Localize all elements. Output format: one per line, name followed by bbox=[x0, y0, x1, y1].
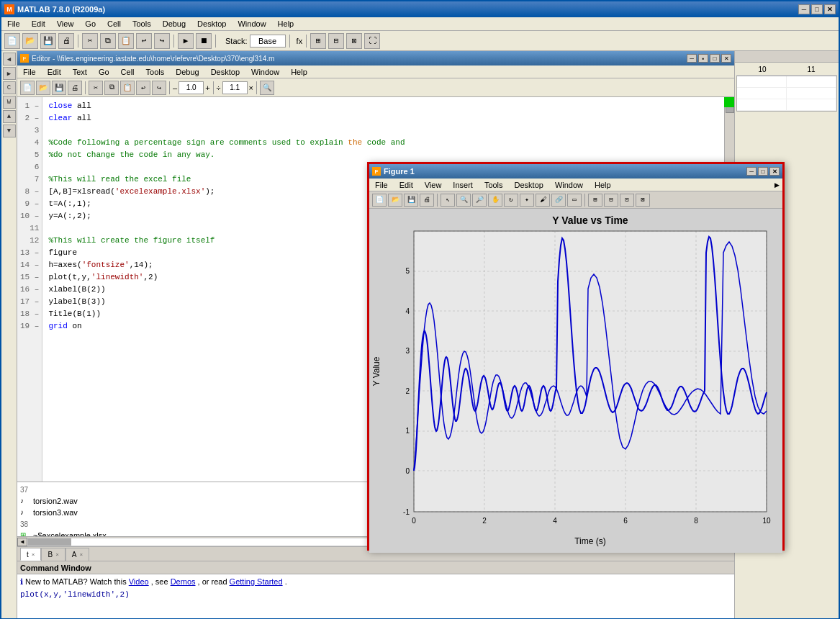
toolbar-new-btn[interactable]: 📄 bbox=[4, 33, 20, 49]
figure1-close-btn[interactable]: ✕ bbox=[769, 167, 780, 176]
tab-t-close[interactable]: × bbox=[32, 551, 35, 558]
editor-menu-window[interactable]: Window bbox=[248, 67, 282, 77]
sidebar-btn-5[interactable]: ▲ bbox=[3, 110, 16, 123]
figure1-minimize-btn[interactable]: ─ bbox=[746, 167, 757, 176]
fig-tb-colorbar[interactable]: ▭ bbox=[567, 194, 582, 207]
editor-zoom-input[interactable] bbox=[179, 81, 204, 94]
fig-tb-zoom-in[interactable]: 🔍 bbox=[456, 194, 471, 207]
fig-tb-new[interactable]: 📄 bbox=[372, 194, 387, 207]
editor-tb-save[interactable]: 💾 bbox=[52, 81, 66, 95]
toolbar-paste-btn[interactable]: 📋 bbox=[118, 33, 134, 49]
matlab-menu-cell[interactable]: Cell bbox=[104, 19, 124, 29]
editor-menu-help[interactable]: Help bbox=[288, 67, 310, 77]
matlab-minimize-btn[interactable]: ─ bbox=[798, 4, 810, 14]
toolbar-grid1-btn[interactable]: ⊞ bbox=[310, 33, 326, 49]
editor-menu-debug[interactable]: Debug bbox=[173, 67, 202, 77]
figure1-menu-view[interactable]: View bbox=[422, 180, 445, 190]
tab-t[interactable]: t × bbox=[20, 548, 41, 561]
editor-tb-print[interactable]: 🖨 bbox=[68, 81, 82, 95]
fig-tb-open[interactable]: 📂 bbox=[388, 194, 402, 207]
fig-tb-rotate[interactable]: ↻ bbox=[504, 194, 518, 207]
figure1-menu-desktop[interactable]: Desktop bbox=[512, 180, 546, 190]
fig-tb-layout2[interactable]: ⊟ bbox=[604, 194, 618, 207]
editor-tb-search[interactable]: 🔍 bbox=[260, 81, 274, 95]
toolbar-stack-input[interactable] bbox=[250, 35, 286, 48]
matlab-menu-debug[interactable]: Debug bbox=[160, 19, 189, 29]
fig-tb-layout1[interactable]: ⊞ bbox=[588, 194, 602, 207]
fig-tb-zoom-out[interactable]: 🔎 bbox=[472, 194, 487, 207]
matlab-menu-window[interactable]: Window bbox=[235, 19, 268, 29]
editor-menu-text[interactable]: Text bbox=[70, 67, 90, 77]
editor-menu-tools[interactable]: Tools bbox=[143, 67, 168, 77]
matlab-menu-desktop[interactable]: Desktop bbox=[194, 19, 229, 29]
h-scrollbar-thumb[interactable] bbox=[28, 538, 71, 546]
tab-A-close[interactable]: × bbox=[79, 551, 83, 558]
editor-tb-paste[interactable]: 📋 bbox=[120, 81, 135, 95]
toolbar-full-btn[interactable]: ⛶ bbox=[364, 33, 380, 49]
figure1-menu-window[interactable]: Window bbox=[552, 180, 586, 190]
matlab-menu-edit[interactable]: Edit bbox=[29, 19, 48, 29]
editor-menu-edit[interactable]: Edit bbox=[45, 67, 64, 77]
figure1-menu-help[interactable]: Help bbox=[592, 180, 614, 190]
figure1-menu-edit[interactable]: Edit bbox=[397, 180, 416, 190]
figure1-menu-tools[interactable]: Tools bbox=[482, 180, 506, 190]
matlab-menu-file[interactable]: File bbox=[4, 19, 23, 29]
matlab-menu-go[interactable]: Go bbox=[82, 19, 99, 29]
editor-close-btn[interactable]: ✕ bbox=[721, 54, 731, 63]
editor-menu-desktop[interactable]: Desktop bbox=[208, 67, 243, 77]
editor-tb-undo[interactable]: ↩ bbox=[136, 81, 150, 95]
scroll-left-btn[interactable]: ◀ bbox=[17, 538, 27, 546]
editor-menu-go[interactable]: Go bbox=[96, 67, 112, 77]
editor-tb-cut[interactable]: ✂ bbox=[89, 81, 103, 95]
started-link[interactable]: Getting Started bbox=[230, 577, 283, 586]
figure1-menu-insert[interactable]: Insert bbox=[450, 180, 476, 190]
toolbar-copy-btn[interactable]: ⧉ bbox=[100, 33, 116, 49]
toolbar-stop-btn[interactable]: ⏹ bbox=[196, 33, 212, 49]
toolbar-print-btn[interactable]: 🖨 bbox=[58, 33, 74, 49]
fig-tb-layout3[interactable]: ⊡ bbox=[620, 194, 634, 207]
fig-tb-datapoint[interactable]: ✦ bbox=[520, 194, 534, 207]
editor-tb-new[interactable]: 📄 bbox=[20, 81, 35, 95]
fig-tb-print[interactable]: 🖨 bbox=[420, 194, 434, 207]
figure1-menu-file[interactable]: File bbox=[372, 180, 391, 190]
matlab-menu-tools[interactable]: Tools bbox=[130, 19, 154, 29]
toolbar-undo-btn[interactable]: ↩ bbox=[136, 33, 152, 49]
video-link[interactable]: Video bbox=[129, 577, 149, 586]
fig-tb-layout4[interactable]: ⊠ bbox=[636, 194, 650, 207]
editor-zoom-input2[interactable] bbox=[222, 81, 248, 94]
fig-tb-pan[interactable]: ✋ bbox=[488, 194, 502, 207]
toolbar-save-btn[interactable]: 💾 bbox=[40, 33, 56, 49]
editor-minimize-btn[interactable]: ─ bbox=[687, 54, 697, 63]
fig-tb-cursor[interactable]: ↖ bbox=[441, 194, 455, 207]
sidebar-btn-2[interactable]: ▶ bbox=[3, 67, 16, 80]
editor-menu-file[interactable]: File bbox=[20, 67, 39, 77]
figure1-maximize-btn[interactable]: □ bbox=[758, 167, 768, 176]
toolbar-grid2-btn[interactable]: ⊟ bbox=[328, 33, 344, 49]
tab-B-close[interactable]: × bbox=[55, 551, 59, 558]
editor-tb-open[interactable]: 📂 bbox=[36, 81, 50, 95]
toolbar-run-btn[interactable]: ▶ bbox=[178, 33, 194, 49]
sidebar-btn-3[interactable]: C bbox=[3, 81, 16, 94]
editor-menu-cell[interactable]: Cell bbox=[118, 67, 137, 77]
tab-A[interactable]: A × bbox=[66, 548, 89, 561]
editor-tb-redo[interactable]: ↪ bbox=[152, 81, 166, 95]
matlab-menu-help[interactable]: Help bbox=[275, 19, 297, 29]
fig-tb-save[interactable]: 💾 bbox=[404, 194, 418, 207]
matlab-menu-view[interactable]: View bbox=[54, 19, 77, 29]
toolbar-redo-btn[interactable]: ↪ bbox=[154, 33, 170, 49]
editor-restore-btn[interactable]: ▪ bbox=[698, 54, 708, 63]
toolbar-grid3-btn[interactable]: ⊠ bbox=[346, 33, 362, 49]
demos-link[interactable]: Demos bbox=[171, 577, 196, 586]
tab-B[interactable]: B × bbox=[41, 548, 65, 561]
sidebar-btn-4[interactable]: W bbox=[3, 96, 16, 109]
editor-maximize-btn[interactable]: □ bbox=[710, 54, 720, 63]
toolbar-cut-btn[interactable]: ✂ bbox=[82, 33, 98, 49]
sidebar-btn-6[interactable]: ▼ bbox=[3, 125, 16, 137]
fig-tb-brush[interactable]: 🖌 bbox=[536, 194, 550, 207]
command-window[interactable]: ℹ New to MATLAB? Watch this Video , see … bbox=[17, 574, 734, 618]
editor-tb-copy[interactable]: ⧉ bbox=[104, 81, 119, 95]
fig-tb-link[interactable]: 🔗 bbox=[551, 194, 566, 207]
matlab-close-btn[interactable]: ✕ bbox=[824, 4, 836, 14]
toolbar-open-btn[interactable]: 📂 bbox=[22, 33, 38, 49]
sidebar-btn-1[interactable]: ◀ bbox=[3, 53, 16, 65]
